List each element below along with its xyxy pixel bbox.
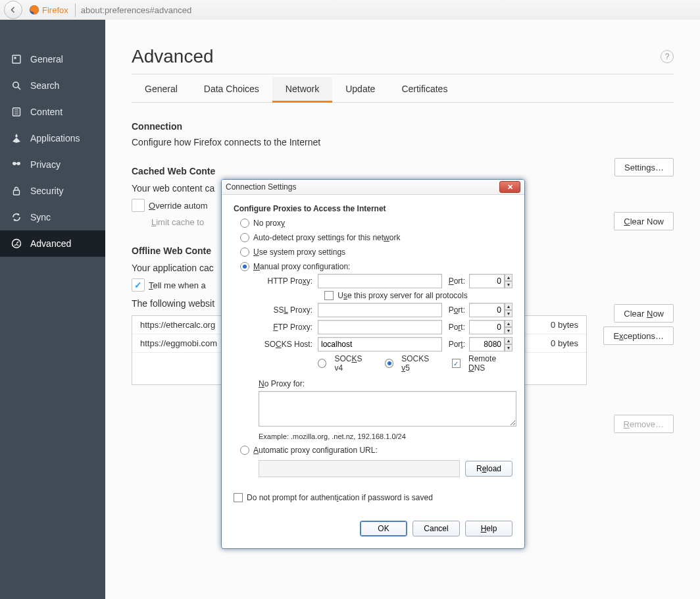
- address-text[interactable]: about:preferences#advanced: [78, 5, 700, 15]
- sync-icon: [9, 212, 24, 222]
- sidebar-item-advanced[interactable]: Advanced: [0, 230, 105, 257]
- close-icon[interactable]: ✕: [499, 181, 520, 193]
- port-label: Port:: [449, 305, 465, 315]
- svg-point-3: [13, 82, 18, 88]
- tab-certificates[interactable]: Certificates: [388, 77, 461, 102]
- socks5-label: SOCKS v5: [401, 354, 438, 373]
- tab-general[interactable]: General: [132, 77, 191, 102]
- tab-update[interactable]: Update: [332, 77, 388, 102]
- back-button[interactable]: [4, 1, 22, 19]
- socks-port-input[interactable]: [469, 337, 505, 352]
- tab-data-choices[interactable]: Data Choices: [191, 77, 272, 102]
- remote-dns-checkbox[interactable]: [452, 359, 461, 368]
- sidebar-item-privacy[interactable]: Privacy: [0, 151, 105, 178]
- applications-icon: [9, 133, 24, 143]
- connection-sub: Configure how Firefox connects to the In…: [132, 137, 320, 147]
- search-icon: [9, 80, 24, 91]
- remove-button[interactable]: Remove…: [614, 415, 674, 433]
- noprompt-checkbox[interactable]: [234, 493, 243, 502]
- ftp-proxy-label: FTP Proxy:: [240, 323, 318, 332]
- radio-no-proxy[interactable]: [240, 219, 249, 228]
- reload-button[interactable]: Reload: [465, 461, 512, 477]
- privacy-icon: [9, 159, 24, 170]
- pac-url-label: Automatic proxy configuration URL:: [253, 446, 378, 455]
- radio-auto-detect[interactable]: [240, 233, 249, 242]
- tab-network[interactable]: Network: [272, 77, 332, 103]
- ftp-port-spinner[interactable]: ▲▼: [505, 320, 512, 334]
- ssl-proxy-label: SSL Proxy:: [240, 305, 318, 315]
- sidebar-item-sync[interactable]: Sync: [0, 204, 105, 230]
- port-label: Port:: [449, 276, 465, 286]
- ssl-port-input[interactable]: [469, 303, 505, 317]
- advanced-tabs: General Data Choices Network Update Cert…: [132, 77, 674, 103]
- sidebar-item-applications[interactable]: Applications: [0, 125, 105, 151]
- sidebar-item-search[interactable]: Search: [0, 72, 105, 99]
- site-url: https://eggmobi.com: [140, 338, 217, 348]
- socks-host-label: SOCKS Host:: [240, 340, 318, 349]
- manual-proxy-label: Manual proxy configuration:: [253, 262, 350, 271]
- http-port-input[interactable]: [469, 274, 505, 288]
- site-size: 0 bytes: [551, 338, 578, 348]
- dialog-titlebar[interactable]: Connection Settings ✕: [222, 180, 524, 195]
- socks4-label: SOCKS v4: [334, 354, 370, 373]
- tellme-label: Tell me when a: [149, 280, 206, 290]
- svg-rect-1: [12, 55, 20, 63]
- sidebar-item-general[interactable]: General: [0, 46, 105, 72]
- site-size: 0 bytes: [551, 320, 578, 330]
- radio-pac-url[interactable]: [240, 446, 249, 455]
- page-title: Advanced: [132, 46, 661, 67]
- use-all-checkbox[interactable]: [324, 291, 334, 300]
- preferences-sidebar: General Search Content Applications Priv…: [0, 20, 105, 599]
- remote-dns-label: Remote DNS: [468, 354, 512, 373]
- connection-heading: Connection: [132, 121, 674, 132]
- sidebar-item-security[interactable]: Security: [0, 178, 105, 204]
- socks-port-spinner[interactable]: ▲▼: [505, 337, 512, 352]
- http-proxy-input[interactable]: [318, 274, 442, 288]
- system-proxy-label: Use system proxy settings: [253, 247, 345, 257]
- socks-host-input[interactable]: [318, 337, 442, 352]
- sidebar-label: Sync: [30, 212, 51, 222]
- cached-clear-button[interactable]: Clear Now: [614, 212, 674, 230]
- sidebar-label: Applications: [30, 133, 80, 143]
- ssl-port-spinner[interactable]: ▲▼: [505, 303, 512, 317]
- sidebar-label: Content: [30, 107, 63, 117]
- sidebar-label: General: [30, 54, 63, 65]
- site-url: https://ethercalc.org: [140, 320, 215, 330]
- no-proxy-label: No proxy: [253, 219, 285, 228]
- pac-url-input[interactable]: [259, 460, 460, 477]
- connection-settings-button[interactable]: Settings…: [614, 158, 674, 176]
- override-cache-checkbox[interactable]: [132, 199, 145, 212]
- connection-settings-dialog: Connection Settings ✕ Configure Proxies …: [221, 179, 525, 549]
- ok-button[interactable]: OK: [360, 521, 407, 536]
- firefox-label: Firefox: [42, 5, 68, 15]
- radio-socks5[interactable]: [385, 359, 393, 368]
- tellme-checkbox[interactable]: [132, 278, 145, 292]
- ssl-proxy-input[interactable]: [318, 303, 442, 317]
- radio-socks4[interactable]: [318, 359, 326, 368]
- dialog-title-text: Connection Settings: [226, 182, 296, 192]
- separator: [75, 3, 76, 16]
- lock-icon: [9, 186, 24, 196]
- help-button[interactable]: Help: [465, 521, 512, 536]
- override-cache-label: Override autom: [149, 201, 208, 211]
- exceptions-button[interactable]: Exceptions…: [603, 326, 674, 345]
- sidebar-item-content[interactable]: Content: [0, 99, 105, 125]
- port-label: Port:: [449, 323, 465, 332]
- ftp-port-input[interactable]: [469, 320, 505, 334]
- cancel-button[interactable]: Cancel: [413, 521, 460, 536]
- no-proxy-for-input[interactable]: [259, 391, 516, 427]
- svg-line-11: [16, 242, 18, 244]
- radio-manual-proxy[interactable]: [240, 262, 249, 271]
- advanced-icon: [9, 238, 24, 249]
- dialog-heading: Configure Proxies to Access the Internet: [234, 204, 512, 213]
- sidebar-label: Search: [30, 80, 59, 91]
- back-arrow-icon: [10, 7, 16, 13]
- radio-system-proxy[interactable]: [240, 247, 249, 257]
- sidebar-label: Privacy: [30, 159, 61, 170]
- sidebar-label: Security: [30, 186, 64, 196]
- http-port-spinner[interactable]: ▲▼: [505, 274, 512, 288]
- offline-clear-button[interactable]: Clear Now: [614, 304, 674, 323]
- svg-rect-2: [14, 57, 16, 59]
- help-icon[interactable]: ?: [661, 50, 674, 63]
- ftp-proxy-input[interactable]: [318, 320, 442, 334]
